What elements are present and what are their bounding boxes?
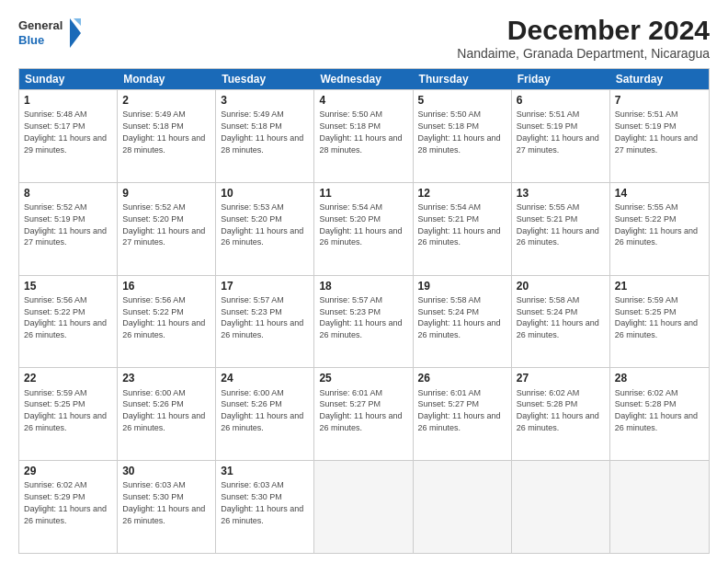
cell-info: Sunrise: 5:52 AMSunset: 5:19 PMDaylight:… [24, 202, 107, 247]
cell-info: Sunrise: 5:56 AMSunset: 5:22 PMDaylight:… [24, 295, 107, 339]
day-number: 10 [221, 186, 309, 201]
table-row: 4Sunrise: 5:50 AMSunset: 5:18 PMDaylight… [314, 90, 413, 182]
cell-info: Sunrise: 6:02 AMSunset: 5:28 PMDaylight:… [517, 388, 599, 432]
table-row: 10Sunrise: 5:53 AMSunset: 5:20 PMDayligh… [216, 183, 314, 275]
day-number: 21 [615, 279, 704, 293]
table-row [314, 461, 413, 553]
cell-info: Sunrise: 5:49 AMSunset: 5:18 PMDaylight:… [221, 109, 303, 154]
cell-info: Sunrise: 5:52 AMSunset: 5:20 PMDaylight:… [122, 202, 205, 247]
day-number: 23 [122, 371, 210, 385]
cell-info: Sunrise: 5:53 AMSunset: 5:20 PMDaylight:… [221, 202, 303, 247]
table-row: 13Sunrise: 5:55 AMSunset: 5:21 PMDayligh… [512, 183, 610, 275]
day-number: 17 [221, 279, 309, 293]
cell-info: Sunrise: 5:54 AMSunset: 5:21 PMDaylight:… [418, 202, 501, 247]
table-row: 14Sunrise: 5:55 AMSunset: 5:22 PMDayligh… [610, 183, 709, 275]
day-number: 7 [615, 93, 704, 108]
day-number: 6 [517, 93, 605, 108]
table-row: 16Sunrise: 5:56 AMSunset: 5:22 PMDayligh… [118, 276, 216, 368]
calendar-header: Sunday Monday Tuesday Wednesday Thursday… [19, 69, 709, 89]
cell-info: Sunrise: 6:02 AMSunset: 5:28 PMDaylight:… [615, 388, 698, 432]
calendar-row: 15Sunrise: 5:56 AMSunset: 5:22 PMDayligh… [19, 275, 709, 368]
cell-info: Sunrise: 5:50 AMSunset: 5:18 PMDaylight:… [319, 109, 402, 154]
svg-text:Blue: Blue [18, 33, 44, 47]
day-number: 2 [122, 93, 210, 108]
cell-info: Sunrise: 6:03 AMSunset: 5:30 PMDaylight:… [122, 480, 205, 524]
cell-info: Sunrise: 6:00 AMSunset: 5:26 PMDaylight:… [122, 388, 205, 432]
day-number: 1 [24, 93, 112, 108]
table-row: 22Sunrise: 5:59 AMSunset: 5:25 PMDayligh… [19, 368, 118, 460]
cell-info: Sunrise: 5:59 AMSunset: 5:25 PMDaylight:… [615, 295, 698, 339]
day-number: 3 [221, 93, 309, 108]
logo: General Blue [18, 15, 83, 52]
day-number: 28 [615, 371, 704, 385]
header-thursday: Thursday [414, 69, 512, 89]
svg-text:General: General [18, 18, 63, 32]
calendar-row: 29Sunrise: 6:02 AMSunset: 5:29 PMDayligh… [19, 460, 709, 553]
day-number: 18 [319, 279, 407, 293]
day-number: 11 [319, 186, 407, 201]
cell-info: Sunrise: 5:48 AMSunset: 5:17 PMDaylight:… [24, 109, 107, 154]
table-row: 3Sunrise: 5:49 AMSunset: 5:18 PMDaylight… [216, 90, 314, 182]
cell-info: Sunrise: 5:55 AMSunset: 5:21 PMDaylight:… [517, 202, 599, 247]
calendar-row: 22Sunrise: 5:59 AMSunset: 5:25 PMDayligh… [19, 367, 709, 460]
table-row: 29Sunrise: 6:02 AMSunset: 5:29 PMDayligh… [19, 461, 118, 553]
calendar: Sunday Monday Tuesday Wednesday Thursday… [18, 68, 710, 554]
header-sunday: Sunday [19, 69, 118, 89]
cell-info: Sunrise: 5:51 AMSunset: 5:19 PMDaylight:… [517, 109, 599, 154]
cell-info: Sunrise: 5:58 AMSunset: 5:24 PMDaylight:… [517, 295, 599, 339]
day-number: 29 [24, 464, 112, 478]
svg-marker-3 [74, 18, 81, 26]
header-monday: Monday [118, 69, 216, 89]
cell-info: Sunrise: 6:02 AMSunset: 5:29 PMDaylight:… [24, 480, 107, 524]
logo-svg: General Blue [18, 15, 83, 52]
cell-info: Sunrise: 5:50 AMSunset: 5:18 PMDaylight:… [418, 109, 501, 154]
table-row: 18Sunrise: 5:57 AMSunset: 5:23 PMDayligh… [314, 276, 413, 368]
cell-info: Sunrise: 5:58 AMSunset: 5:24 PMDaylight:… [418, 295, 501, 339]
day-number: 13 [517, 186, 605, 201]
table-row: 31Sunrise: 6:03 AMSunset: 5:30 PMDayligh… [216, 461, 314, 553]
day-number: 31 [221, 464, 309, 478]
day-number: 19 [418, 279, 506, 293]
calendar-row: 8Sunrise: 5:52 AMSunset: 5:19 PMDaylight… [19, 182, 709, 275]
table-row: 27Sunrise: 6:02 AMSunset: 5:28 PMDayligh… [512, 368, 610, 460]
calendar-row: 1Sunrise: 5:48 AMSunset: 5:17 PMDaylight… [19, 89, 709, 182]
page: General Blue December 2024 Nandaime, Gra… [0, 0, 728, 563]
table-row: 20Sunrise: 5:58 AMSunset: 5:24 PMDayligh… [512, 276, 610, 368]
table-row: 7Sunrise: 5:51 AMSunset: 5:19 PMDaylight… [610, 90, 709, 182]
day-number: 5 [418, 93, 506, 108]
cell-info: Sunrise: 6:01 AMSunset: 5:27 PMDaylight:… [418, 388, 501, 432]
page-title: December 2024 [457, 15, 710, 46]
calendar-body: 1Sunrise: 5:48 AMSunset: 5:17 PMDaylight… [19, 89, 709, 553]
table-row: 5Sunrise: 5:50 AMSunset: 5:18 PMDaylight… [414, 90, 512, 182]
table-row [512, 461, 610, 553]
cell-info: Sunrise: 5:57 AMSunset: 5:23 PMDaylight:… [221, 295, 303, 339]
table-row: 21Sunrise: 5:59 AMSunset: 5:25 PMDayligh… [610, 276, 709, 368]
cell-info: Sunrise: 6:00 AMSunset: 5:26 PMDaylight:… [221, 388, 303, 432]
cell-info: Sunrise: 5:49 AMSunset: 5:18 PMDaylight:… [122, 109, 205, 154]
table-row: 19Sunrise: 5:58 AMSunset: 5:24 PMDayligh… [414, 276, 512, 368]
table-row: 25Sunrise: 6:01 AMSunset: 5:27 PMDayligh… [314, 368, 413, 460]
day-number: 20 [517, 279, 605, 293]
cell-info: Sunrise: 5:55 AMSunset: 5:22 PMDaylight:… [615, 202, 698, 247]
table-row: 8Sunrise: 5:52 AMSunset: 5:19 PMDaylight… [19, 183, 118, 275]
day-number: 26 [418, 371, 506, 385]
day-number: 22 [24, 371, 112, 385]
day-number: 8 [24, 186, 112, 201]
table-row: 24Sunrise: 6:00 AMSunset: 5:26 PMDayligh… [216, 368, 314, 460]
table-row: 15Sunrise: 5:56 AMSunset: 5:22 PMDayligh… [19, 276, 118, 368]
table-row [610, 461, 709, 553]
day-number: 30 [122, 464, 210, 478]
cell-info: Sunrise: 5:56 AMSunset: 5:22 PMDaylight:… [122, 295, 205, 339]
header-saturday: Saturday [610, 69, 709, 89]
header: General Blue December 2024 Nandaime, Gra… [18, 15, 710, 61]
table-row: 11Sunrise: 5:54 AMSunset: 5:20 PMDayligh… [314, 183, 413, 275]
header-friday: Friday [512, 69, 610, 89]
table-row: 17Sunrise: 5:57 AMSunset: 5:23 PMDayligh… [216, 276, 314, 368]
cell-info: Sunrise: 6:03 AMSunset: 5:30 PMDaylight:… [221, 480, 303, 524]
day-number: 27 [517, 371, 605, 385]
page-subtitle: Nandaime, Granada Department, Nicaragua [457, 46, 710, 61]
cell-info: Sunrise: 5:54 AMSunset: 5:20 PMDaylight:… [319, 202, 402, 247]
table-row: 2Sunrise: 5:49 AMSunset: 5:18 PMDaylight… [118, 90, 216, 182]
header-tuesday: Tuesday [216, 69, 314, 89]
day-number: 9 [122, 186, 210, 201]
